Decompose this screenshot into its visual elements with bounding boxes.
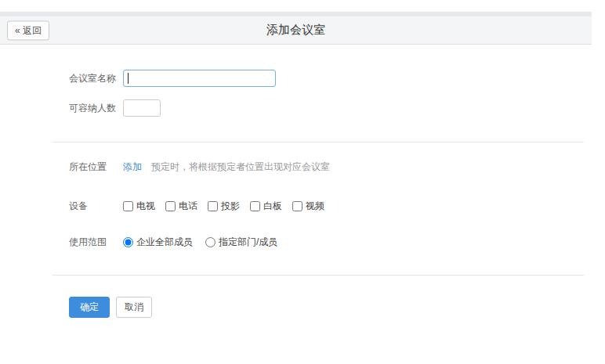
device-checkbox-whiteboard-label: 白板 [263,200,282,213]
device-checkbox-phone-label: 电话 [179,200,197,213]
device-checkbox-video-input[interactable] [292,201,302,211]
page: « 返回 添加会议室 会议室名称 可容纳人数 所在位置 添加 预定时，将根据预定… [0,12,605,318]
header-inner: « 返回 添加会议室 [0,16,592,44]
actions-row: 确定 取消 [53,297,584,318]
device-checkbox-whiteboard[interactable]: 白板 [250,200,282,213]
device-checkbox-tv-input[interactable] [123,201,133,211]
header-bar: « 返回 添加会议室 [0,12,592,45]
devices-label: 设备 [69,200,123,213]
scope-radio-all-members-label: 企业全部成员 [136,236,193,249]
scope-radio-all-members-input[interactable] [123,237,133,247]
device-checkbox-phone[interactable]: 电话 [165,200,197,213]
scope-radio-specified-input[interactable] [205,237,216,247]
confirm-button[interactable]: 确定 [69,297,110,318]
devices-row: 设备 电视 电话 投影 白板 视频 [53,200,584,213]
device-checkbox-projector-label: 投影 [221,200,240,213]
device-checkbox-video[interactable]: 视频 [292,200,324,213]
device-checkbox-whiteboard-input[interactable] [250,201,260,211]
capacity-label: 可容纳人数 [69,102,123,115]
add-location-link[interactable]: 添加 [123,160,142,174]
device-checkbox-projector[interactable]: 投影 [208,200,240,213]
device-checkbox-video-label: 视频 [306,200,324,213]
room-name-input-wrap [123,70,276,87]
text-caret [128,73,129,84]
page-title: 添加会议室 [0,23,592,38]
room-name-row: 会议室名称 [53,70,584,87]
cancel-button[interactable]: 取消 [116,297,152,318]
divider [53,142,584,142]
location-row: 所在位置 添加 预定时，将根据预定者位置出现对应会议室 [53,160,584,174]
scope-radio-specified[interactable]: 指定部门/成员 [205,236,277,249]
add-meeting-room-form: 会议室名称 可容纳人数 所在位置 添加 预定时，将根据预定者位置出现对应会议室 … [53,70,584,318]
scope-row: 使用范围 企业全部成员 指定部门/成员 [53,236,584,249]
device-checkbox-phone-input[interactable] [165,201,176,211]
device-checkbox-tv[interactable]: 电视 [123,200,155,213]
room-name-input[interactable] [123,70,276,87]
capacity-input[interactable] [123,99,161,117]
back-button[interactable]: « 返回 [7,20,49,40]
room-name-label: 会议室名称 [69,72,123,85]
device-checkbox-tv-label: 电视 [136,200,155,213]
location-hint: 预定时，将根据预定者位置出现对应会议室 [151,160,330,174]
location-label: 所在位置 [69,160,123,174]
divider [53,275,584,276]
scope-radio-all-members[interactable]: 企业全部成员 [123,236,193,249]
scope-label: 使用范围 [69,236,123,249]
scope-radio-specified-label: 指定部门/成员 [219,236,277,249]
capacity-row: 可容纳人数 [53,99,584,117]
device-checkbox-projector-input[interactable] [208,201,218,211]
